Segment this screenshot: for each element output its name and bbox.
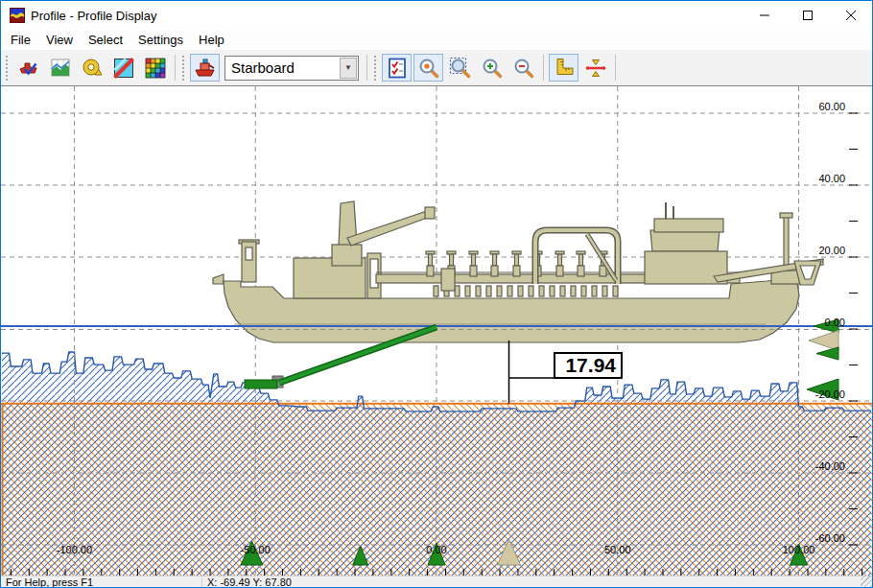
combo-dropdown-arrow[interactable]: ▼ [340,58,357,79]
window-title: Profile - Profile Display [31,9,157,23]
zoom-out-button[interactable] [508,54,538,82]
crane-boom [347,211,430,246]
toolbar-separator [543,55,544,81]
close-button[interactable] [829,2,872,30]
display-options-button[interactable] [382,54,412,82]
minimize-icon [760,11,769,20]
app-window: Profile - Profile Display File View Sele… [0,0,873,588]
bow-platform [213,274,224,284]
profile-side-selector[interactable]: Starboard ▼ [224,56,359,81]
y-axis-label: 20.00 [818,245,845,256]
depth-measurement-value: 17.94 [565,354,616,376]
zoom-out-icon [512,57,535,80]
resize-grip[interactable] [861,576,872,587]
tape-measure-icon [81,57,104,80]
status-cursor-position: X: -69.49 Y: 67.80 [202,576,872,588]
overflow-box [441,269,455,291]
zoom-in-icon [481,57,504,80]
color-matrix-icon [144,57,167,80]
ruler-icon [553,57,576,80]
menu-settings[interactable]: Settings [130,31,191,49]
color-matrix-button[interactable] [140,54,170,82]
toolbar-separator [175,55,176,81]
menu-help[interactable]: Help [191,31,232,49]
draghead [245,380,277,388]
right-depth-marker [816,347,838,360]
ship-check-icon [17,57,40,80]
zoom-point-button[interactable] [413,54,443,82]
right-depth-marker [809,331,838,351]
menu-bar: File View Select Settings Help [1,30,872,50]
profile-side-value: Starboard [225,59,340,76]
x-axis-label: -50.00 [241,544,271,555]
aft-superstructure [645,251,727,284]
funnel [650,230,720,251]
y-axis-label: 60.00 [818,101,845,112]
y-axis-label: 40.00 [818,173,845,184]
checklist-icon [386,57,409,80]
profile-chart-canvas[interactable]: 17.94 60.0040.0020.000.00-20.00-40.00-60… [1,86,872,576]
toolbar-separator [615,55,616,81]
toolbar-grip[interactable] [6,56,9,81]
zoom-in-button[interactable] [477,54,507,82]
app-icon [10,8,25,23]
maximize-button[interactable] [786,2,829,30]
vessel-view-button[interactable] [13,54,43,82]
x-axis-label: 0.00 [426,544,446,555]
toolbar-separator [366,55,367,81]
menu-file[interactable]: File [3,31,38,49]
graph-view-button[interactable] [45,54,75,82]
profile-chart[interactable]: 17.94 60.0040.0020.000.00-20.00-40.00-60… [1,85,872,576]
toolbar-grip[interactable] [182,56,185,81]
close-icon [846,11,856,20]
status-bar: For Help, press F1 X: -69.49 Y: 67.80 [1,576,872,587]
crane-base [332,245,362,266]
measure-line-icon [584,57,607,80]
zoom-window-button[interactable] [445,54,475,82]
minimize-button[interactable] [743,2,786,30]
y-axis-label: -20.00 [815,388,845,400]
title-bar: Profile - Profile Display [1,1,872,30]
dredger-vessel [213,201,823,342]
y-axis-label: 0.00 [825,317,845,328]
x-axis-label: 50.00 [604,544,631,555]
tape-measure-button[interactable] [77,54,106,82]
status-help-text: For Help, press F1 [1,576,201,588]
toolbar: Starboard ▼ [1,50,872,85]
measure-distance-button[interactable] [580,54,610,82]
dredger-icon [194,57,217,80]
maximize-icon [803,11,813,20]
cross-section-button[interactable] [108,54,138,82]
menu-view[interactable]: View [38,31,81,49]
toolbar-grip[interactable] [374,56,377,81]
menu-select[interactable]: Select [81,31,130,49]
cross-section-icon [112,57,135,80]
funnel-top [654,219,723,232]
zoom-target-icon [417,57,440,80]
y-axis-label: -60.00 [815,532,845,544]
measure-profile-button[interactable] [549,54,578,82]
x-axis-label: -100.00 [57,544,92,555]
x-axis-label: 100.00 [783,544,815,555]
y-axis-label: -40.00 [815,460,845,472]
area-chart-icon [49,57,72,80]
zoom-window-icon [449,57,472,80]
dredger-display-button[interactable] [190,54,220,82]
stern-mast [784,217,789,270]
